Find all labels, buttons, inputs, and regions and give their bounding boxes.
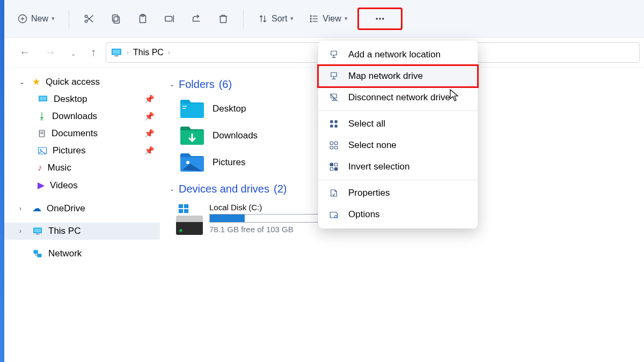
desktop-icon [38,95,48,104]
quick-access-label: Quick access [46,77,100,87]
sidebar-item-label: Documents [52,128,98,139]
menu-label: Options [348,209,380,220]
ellipsis-icon [373,13,387,24]
share-button[interactable] [185,9,208,29]
menu-options[interactable]: Options [318,204,478,225]
svg-rect-64 [335,120,338,123]
sidebar-item-pictures[interactable]: Pictures 📌 [4,142,160,159]
onedrive-label: OneDrive [47,203,85,214]
back-button[interactable]: ← [14,42,35,63]
chevron-right-icon: › [19,205,27,212]
svg-point-34 [40,149,42,151]
network-location-icon [328,50,340,60]
svg-point-18 [311,21,312,22]
scissors-icon [83,13,95,25]
network-icon [32,249,43,258]
sort-button[interactable]: Sort ▾ [252,9,299,28]
pin-icon: 📌 [144,146,155,156]
more-menu: Add a network location Map network drive… [318,41,478,228]
recent-locations-button[interactable]: ⌄ [65,42,81,63]
folder-desktop-icon [179,98,205,120]
sidebar-item-documents[interactable]: Documents 📌 [4,125,160,142]
drives-count: (2) [274,183,287,195]
svg-rect-52 [184,209,188,213]
view-icon [309,13,319,24]
chevron-down-icon: ⌄ [170,81,174,88]
svg-rect-72 [335,163,338,166]
delete-button[interactable] [212,9,235,29]
svg-rect-51 [179,209,183,213]
chevron-down-icon: ▾ [345,15,348,22]
sidebar-quick-access[interactable]: ⌄ ★ Quick access [4,73,160,91]
rename-icon [164,13,175,25]
share-icon [191,13,202,25]
documents-icon [38,129,46,138]
menu-label: Map network drive [348,71,423,82]
up-button[interactable]: ↑ [85,42,101,63]
breadcrumb-this-pc[interactable]: This PC [133,48,164,57]
sidebar-onedrive[interactable]: › ☁ OneDrive [4,200,160,217]
chevron-down-icon: ⌄ [19,78,27,86]
this-pc-icon [32,227,43,235]
cut-button[interactable] [78,9,100,29]
menu-add-network-location[interactable]: Add a network location [318,44,478,65]
more-button[interactable] [357,8,402,30]
sidebar-item-label: Pictures [53,145,85,156]
sidebar-item-music[interactable]: ♪ Music [4,159,160,176]
menu-separator [318,180,478,180]
menu-label: Add a network location [348,49,441,60]
menu-separator [318,110,478,111]
properties-icon [328,188,340,198]
svg-rect-69 [330,146,333,149]
sidebar-item-label: Downloads [52,111,97,122]
sidebar-this-pc[interactable]: › This PC [4,223,160,240]
folders-count: (6) [219,78,232,91]
menu-properties[interactable]: Properties [318,182,478,204]
menu-select-none[interactable]: Select none [318,135,478,156]
chevron-down-icon: ⌄ [170,186,174,193]
this-pc-icon [111,48,122,57]
svg-rect-67 [330,142,333,144]
windows-logo-icon [176,203,203,215]
menu-select-all[interactable]: Select all [318,113,478,135]
svg-point-17 [311,18,312,19]
copy-button[interactable] [105,9,127,29]
select-all-icon [328,119,340,129]
view-button[interactable]: View ▾ [303,9,353,28]
menu-label: Select all [348,119,385,129]
rename-button[interactable] [158,9,181,29]
arrow-right-icon: → [45,46,56,58]
svg-rect-63 [330,120,333,123]
svg-point-75 [335,216,338,218]
folder-label: Pictures [213,157,245,168]
svg-rect-68 [335,142,338,144]
separator [243,10,244,28]
svg-rect-66 [335,125,338,128]
new-label: New [31,14,48,24]
select-none-icon [328,141,340,150]
svg-point-48 [186,161,189,164]
sidebar-item-videos[interactable]: ▶ Videos [4,176,160,194]
svg-point-16 [311,16,312,17]
cloud-icon: ☁ [32,203,41,214]
menu-label: Disconnect network drive [348,92,450,103]
svg-rect-11 [165,16,172,21]
desktop-background-edge [0,0,4,362]
sidebar-item-label: Desktop [54,94,87,105]
trash-icon [217,13,229,25]
sidebar-item-downloads[interactable]: ⭳ Downloads 📌 [4,108,160,125]
paste-button[interactable] [131,9,154,29]
navigation-pane: ⌄ ★ Quick access Desktop 📌 ⭳ Downloads 📌 [4,68,160,362]
copy-icon [110,13,122,25]
folder-pictures-icon [179,152,205,173]
menu-invert-selection[interactable]: Invert selection [318,156,478,178]
sidebar-item-label: Videos [50,180,78,191]
new-button[interactable]: New ▾ [12,9,60,28]
sidebar-item-desktop[interactable]: Desktop 📌 [4,91,160,108]
forward-button[interactable]: → [40,42,61,63]
svg-rect-44 [182,108,186,109]
sidebar-item-label: Music [48,162,71,173]
sidebar-network[interactable]: Network [4,245,160,262]
sort-icon [258,13,268,24]
menu-map-network-drive[interactable]: Map network drive [318,65,478,87]
